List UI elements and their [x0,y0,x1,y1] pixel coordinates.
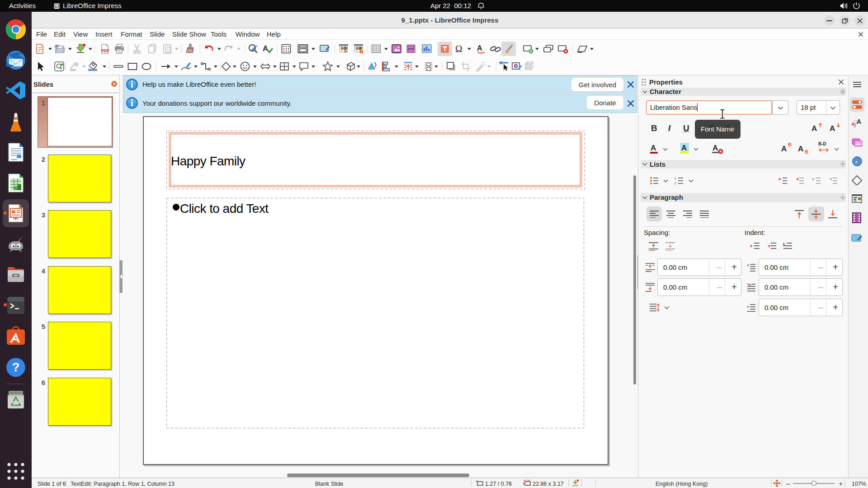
svg-text:2: 2 [675,182,676,185]
svg-text:PDF: PDF [101,48,110,53]
svg-text:A: A [857,118,861,125]
svg-text:Ω: Ω [455,43,462,54]
svg-text:?: ? [12,361,20,374]
svg-text:A: A [477,44,482,52]
svg-text:A: A [263,44,268,53]
svg-text:1: 1 [675,177,676,180]
